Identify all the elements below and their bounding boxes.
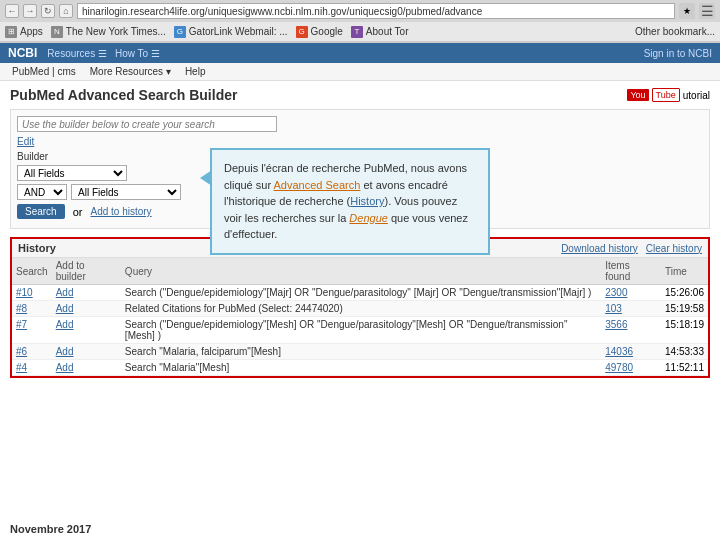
download-history-link[interactable]: Download history [561, 243, 638, 254]
cell-time: 11:52:11 [661, 360, 708, 376]
dengue-link[interactable]: Dengue [349, 212, 388, 224]
clear-history-link[interactable]: Clear history [646, 243, 702, 254]
history-section: History Download history Clear history S… [10, 237, 710, 378]
bookmark-apps[interactable]: ⊞ Apps [5, 26, 43, 38]
cell-search: #4 [12, 360, 52, 376]
cell-time: 15:19:58 [661, 301, 708, 317]
help-link[interactable]: Help [181, 65, 210, 78]
search-button[interactable]: Search [17, 204, 65, 219]
search-number-link[interactable]: #10 [16, 287, 33, 298]
add-to-history-link[interactable]: Add to history [90, 206, 151, 217]
refresh-button[interactable]: ↻ [41, 4, 55, 18]
tooltip-popup: Depuis l'écran de recherche PubMed, nous… [210, 148, 490, 255]
add-link[interactable]: Add [56, 319, 74, 330]
cell-items: 103 [601, 301, 661, 317]
sign-in-link[interactable]: Sign in to NCBI [644, 48, 712, 59]
col-search: Search [12, 258, 52, 285]
search-number-link[interactable]: #4 [16, 362, 27, 373]
ncbi-howto[interactable]: How To ☰ [115, 48, 160, 59]
items-link[interactable]: 14036 [605, 346, 633, 357]
back-button[interactable]: ← [5, 4, 19, 18]
forward-button[interactable]: → [23, 4, 37, 18]
cell-time: 14:53:33 [661, 344, 708, 360]
query-text: Search ("Dengue/epidemiology"[Majr] OR "… [125, 287, 592, 298]
bookmark-apps-label: Apps [20, 26, 43, 37]
cell-query: Related Citations for PubMed (Select: 24… [121, 301, 601, 317]
col-time: Time [661, 258, 708, 285]
bookmark-abouttor-label: About Tor [366, 26, 409, 37]
add-link[interactable]: Add [56, 303, 74, 314]
cell-items: 2300 [601, 285, 661, 301]
field-select-2[interactable]: All Fields [71, 184, 181, 200]
items-link[interactable]: 49780 [605, 362, 633, 373]
cell-query: Search ("Dengue/epidemiology"[Mesh] OR "… [121, 317, 601, 344]
cell-items: 14036 [601, 344, 661, 360]
items-link[interactable]: 103 [605, 303, 622, 314]
table-header-row: Search Add to builder Query Items found … [12, 258, 708, 285]
more-resources[interactable]: More Resources ▾ [86, 65, 175, 78]
table-row: #7 Add Search ("Dengue/epidemiology"[Mes… [12, 317, 708, 344]
cell-time: 15:26:06 [661, 285, 708, 301]
bookmark-google-label: Google [311, 26, 343, 37]
col-query: Query [121, 258, 601, 285]
cell-add: Add [52, 317, 121, 344]
ncbi-top-bar: NCBI Resources ☰ How To ☰ Sign in to NCB… [0, 43, 720, 63]
page-title: PubMed Advanced Search Builder [10, 87, 237, 103]
field-select-1[interactable]: All Fields [17, 165, 127, 181]
operator-select[interactable]: AND [17, 184, 67, 200]
cell-add: Add [52, 285, 121, 301]
bookmark-abouttor[interactable]: T About Tor [351, 26, 409, 38]
browser-chrome: ← → ↻ ⌂ ★ ☰ ⊞ Apps N The New York Times.… [0, 0, 720, 43]
col-items: Items found [601, 258, 661, 285]
add-link[interactable]: Add [56, 346, 74, 357]
search-number-link[interactable]: #8 [16, 303, 27, 314]
google-icon: G [296, 26, 308, 38]
history-link[interactable]: History [350, 195, 384, 207]
bookmark-google[interactable]: G Google [296, 26, 343, 38]
table-row: #8 Add Related Citations for PubMed (Sel… [12, 301, 708, 317]
query-text: Related Citations for PubMed (Select: 24… [125, 303, 343, 314]
advanced-search-link[interactable]: Advanced Search [274, 179, 361, 191]
star-icon[interactable]: ★ [679, 3, 695, 19]
browser-toolbar: ← → ↻ ⌂ ★ ☰ [0, 0, 720, 22]
bookmark-gatorlink-label: GatorLink Webmail: ... [189, 26, 288, 37]
query-text: Search "Malaria, falciparum"[Mesh] [125, 346, 281, 357]
add-link[interactable]: Add [56, 287, 74, 298]
cell-items: 3566 [601, 317, 661, 344]
cell-query: Search ("Dengue/epidemiology"[Majr] OR "… [121, 285, 601, 301]
bookmarks-bar: ⊞ Apps N The New York Times... G GatorLi… [0, 22, 720, 42]
table-row: #4 Add Search "Malaria"[Mesh] 49780 11:5… [12, 360, 708, 376]
items-link[interactable]: 2300 [605, 287, 627, 298]
gatorlink-icon: G [174, 26, 186, 38]
abouttor-icon: T [351, 26, 363, 38]
menu-icon[interactable]: ☰ [699, 3, 715, 19]
pubmed-cms[interactable]: PubMed | cms [8, 65, 80, 78]
bookmark-gatorlink[interactable]: G GatorLink Webmail: ... [174, 26, 288, 38]
cell-add: Add [52, 301, 121, 317]
apps-icon: ⊞ [5, 26, 17, 38]
edit-link[interactable]: Edit [17, 136, 703, 147]
home-button[interactable]: ⌂ [59, 4, 73, 18]
cell-query: Search "Malaria"[Mesh] [121, 360, 601, 376]
add-link[interactable]: Add [56, 362, 74, 373]
cell-search: #6 [12, 344, 52, 360]
page-footer: Novembre 2017 [10, 523, 91, 535]
bookmark-nytimes[interactable]: N The New York Times... [51, 26, 166, 38]
ncbi-resources[interactable]: Resources ☰ [47, 48, 107, 59]
search-number-link[interactable]: #6 [16, 346, 27, 357]
cell-add: Add [52, 344, 121, 360]
youtube-you: You [627, 89, 648, 101]
search-number-link[interactable]: #7 [16, 319, 27, 330]
bookmark-other[interactable]: Other bookmark... [635, 26, 715, 37]
pubmed-nav: PubMed | cms More Resources ▾ Help [0, 63, 720, 81]
bookmark-nytimes-label: The New York Times... [66, 26, 166, 37]
cell-search: #8 [12, 301, 52, 317]
items-link[interactable]: 3566 [605, 319, 627, 330]
address-bar[interactable] [77, 3, 675, 19]
youtube-badge: YouTube utorial [627, 88, 710, 102]
table-row: #10 Add Search ("Dengue/epidemiology"[Ma… [12, 285, 708, 301]
tooltip-arrow [200, 170, 212, 186]
page-header: PubMed Advanced Search Builder YouTube u… [10, 87, 710, 103]
cell-items: 49780 [601, 360, 661, 376]
search-builder-input[interactable] [17, 116, 277, 132]
